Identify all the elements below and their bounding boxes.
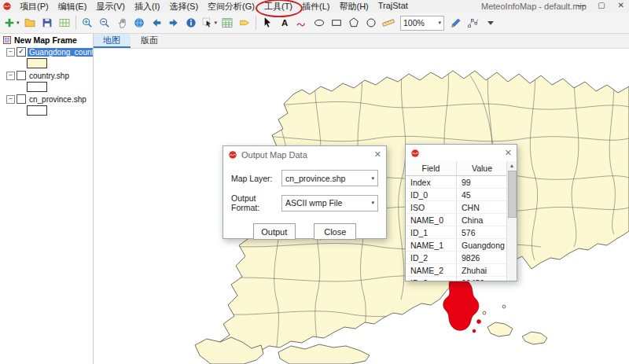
save-button[interactable] xyxy=(39,14,56,31)
scrollbar-thumb[interactable] xyxy=(508,171,517,218)
menu-item-select[interactable]: 选择(S) xyxy=(164,1,203,13)
zoom-previous-button[interactable] xyxy=(148,14,165,31)
zoom-next-button[interactable] xyxy=(165,14,182,31)
menu-item-trajstat[interactable]: TrajStat xyxy=(373,1,413,13)
curve-button[interactable] xyxy=(293,14,311,31)
layer-label[interactable]: Guangdong_county.shp xyxy=(28,48,94,57)
menu-item-display[interactable]: 显示(V) xyxy=(91,1,130,13)
map-frame-item[interactable]: New Map Frame xyxy=(0,33,93,46)
layer-item-guangdong_county[interactable]: −✓Guangdong_county.shp xyxy=(0,46,93,57)
legend-swatch xyxy=(27,82,47,92)
value-cell: 576 xyxy=(457,226,508,239)
label-icon xyxy=(238,17,251,29)
menu-item-tools[interactable]: 工具(T) xyxy=(259,1,297,13)
tab-layout[interactable]: 版面 xyxy=(131,33,168,48)
pan-button[interactable] xyxy=(113,14,131,31)
polygon-button[interactable] xyxy=(345,14,362,31)
maximize-button[interactable]: ▢ xyxy=(598,1,605,9)
table-row[interactable]: Index99 xyxy=(406,176,507,189)
close-icon[interactable]: ✕ xyxy=(374,149,381,160)
table-row[interactable]: NAME_1Guangdong xyxy=(406,239,507,252)
layer-item-cn_province[interactable]: −cn_province.shp xyxy=(0,94,93,105)
menu-item-plugins[interactable]: 插件(L) xyxy=(297,1,334,13)
table-row[interactable]: ISOCHN xyxy=(406,201,507,214)
measure-button[interactable] xyxy=(380,14,397,31)
table-row[interactable]: NAME_0China xyxy=(406,214,507,226)
layer-label[interactable]: cn_province.shp xyxy=(28,95,88,104)
value-column-header: Value xyxy=(457,161,508,176)
map-layer-select[interactable]: cn_province.shp ▾ xyxy=(281,170,378,186)
edit-pencil-button[interactable] xyxy=(447,14,465,31)
map-frame-icon xyxy=(2,35,12,45)
collapse-icon[interactable]: − xyxy=(6,72,15,80)
label-button[interactable] xyxy=(236,14,253,31)
circle-button[interactable] xyxy=(362,14,380,31)
legend-swatch xyxy=(27,58,47,68)
output-format-select[interactable]: ASCII wmp File ▾ xyxy=(281,195,378,211)
close-button[interactable]: Close xyxy=(314,223,356,240)
circle-icon xyxy=(365,17,377,29)
close-button[interactable]: ✕ xyxy=(618,1,624,9)
layer-visibility-checkbox[interactable] xyxy=(17,94,26,104)
zoom-combo[interactable]: 100%▾ xyxy=(400,16,444,31)
add-layer-button[interactable] xyxy=(56,14,73,31)
close-icon[interactable]: ✕ xyxy=(505,148,512,158)
scroll-up-icon[interactable]: ▲ xyxy=(507,161,517,170)
attribute-table: Field Value Index99ID_045ISOCHNNAME_0Chi… xyxy=(406,161,507,281)
toolbar-separator xyxy=(75,16,76,30)
text-a-icon xyxy=(278,17,291,29)
text-button[interactable] xyxy=(276,14,293,31)
collapse-icon[interactable]: − xyxy=(6,95,15,104)
layer-label[interactable]: country.shp xyxy=(28,72,71,80)
pointer-button[interactable] xyxy=(259,14,276,31)
table-row[interactable]: ID_045 xyxy=(406,189,507,201)
minimize-button[interactable]: — xyxy=(577,1,585,9)
dialog-titlebar: ✕ xyxy=(406,145,517,161)
attribute-table-wrap: Field Value Index99ID_045ISOCHNNAME_0Chi… xyxy=(406,161,507,281)
app-logo-icon xyxy=(2,2,12,11)
menu-item-help[interactable]: 帮助(H) xyxy=(334,1,373,13)
value-cell: China xyxy=(457,214,508,226)
layer-visibility-checkbox[interactable]: ✓ xyxy=(17,47,26,57)
table-row[interactable]: ID_320459 xyxy=(406,277,507,281)
layer-item-country[interactable]: −country.shp xyxy=(0,70,93,81)
window-title: MeteoInfoMap - default.mip xyxy=(481,2,587,11)
field-cell: ISO xyxy=(406,201,457,214)
menu-item-project[interactable]: 项目(P) xyxy=(15,1,53,13)
attribute-table-body: Index99ID_045ISOCHNNAME_0ChinaID_1576NAM… xyxy=(406,176,507,281)
output-button[interactable]: Output xyxy=(253,223,296,240)
rect-icon xyxy=(330,17,343,29)
new-layer-button[interactable]: ▾ xyxy=(2,14,21,31)
dialog-title: Output Map Data xyxy=(241,150,307,160)
table-row[interactable]: ID_29826 xyxy=(406,252,507,264)
rectangle-button[interactable] xyxy=(328,14,345,31)
window-controls: — ▢ ✕ xyxy=(577,1,624,9)
table-header-row: Field Value xyxy=(406,161,507,176)
attribute-table-button[interactable] xyxy=(219,14,236,31)
identify-button[interactable] xyxy=(182,14,200,31)
floppy-icon xyxy=(41,17,53,29)
menu-item-insert[interactable]: 插入(I) xyxy=(130,1,164,13)
titlebar: 项目(P)编辑(E)显示(V)插入(I)选择(S)空间分析(G)工具(T)插件(… xyxy=(0,0,629,13)
zoom-out-button[interactable] xyxy=(96,14,113,31)
field-cell: NAME_0 xyxy=(406,214,457,226)
select-feature-button[interactable]: ▾ xyxy=(200,14,219,31)
zoom-in-button[interactable] xyxy=(79,14,96,31)
layer-visibility-checkbox[interactable] xyxy=(17,71,26,80)
menu-item-edit[interactable]: 编辑(E) xyxy=(53,1,92,13)
edit-vertex-button[interactable] xyxy=(465,14,482,31)
ellipse-button[interactable] xyxy=(311,14,328,31)
collapse-icon[interactable]: − xyxy=(6,48,15,57)
caret-icon xyxy=(484,17,497,29)
tab-map[interactable]: 地图 xyxy=(93,33,131,48)
more-tools-button[interactable] xyxy=(482,14,499,31)
table-row[interactable]: NAME_2Zhuhai xyxy=(406,264,507,277)
table-row[interactable]: ID_1576 xyxy=(406,226,507,239)
table-scrollbar[interactable]: ▲ xyxy=(506,161,517,281)
output-map-data-dialog: Output Map Data ✕ Map Layer: cn_province… xyxy=(223,145,387,239)
full-extent-button[interactable] xyxy=(131,14,148,31)
open-file-button[interactable] xyxy=(21,14,39,31)
chevron-down-icon: ▾ xyxy=(371,200,374,206)
view-tabbar: 地图版面 xyxy=(93,33,629,49)
menu-item-spatial-analysis[interactable]: 空间分析(G) xyxy=(203,1,259,13)
